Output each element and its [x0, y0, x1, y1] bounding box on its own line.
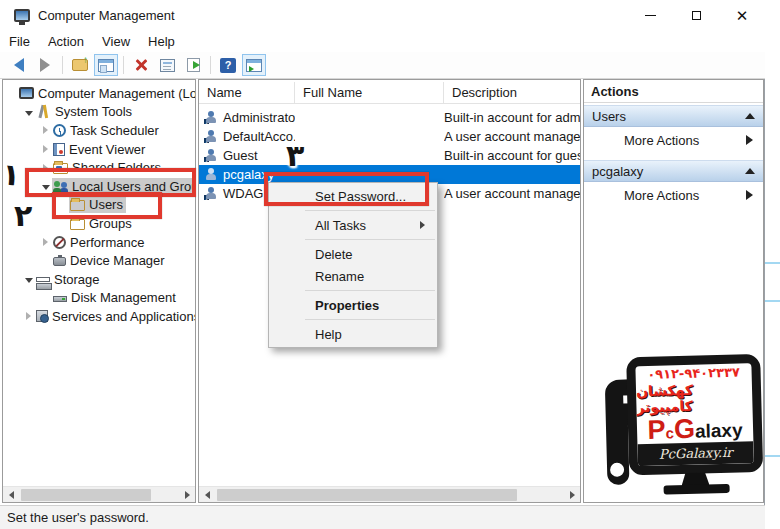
forward-arrow-icon — [40, 58, 50, 72]
list-row-administrator[interactable]: ↓AdministratorBuilt-in account for adm — [199, 108, 580, 127]
tree-item-task-scheduler[interactable]: Task Scheduler — [3, 121, 195, 140]
tree-node[interactable]: System Tools — [35, 103, 135, 120]
toolbar: ? — [0, 52, 765, 79]
tree-item-label: Computer Management (Local — [38, 86, 195, 101]
properties-button[interactable] — [155, 54, 179, 76]
storage-icon — [36, 277, 50, 282]
scroll-right-arrow-icon[interactable] — [179, 487, 195, 503]
show-action-pane-button[interactable] — [242, 54, 266, 76]
console-tree-icon — [98, 59, 114, 72]
watermark-brand-en: PcGalaxy — [647, 414, 743, 443]
menu-help[interactable]: Help — [139, 32, 184, 51]
actions-pane-title: Actions — [584, 80, 763, 103]
menu-separator — [305, 210, 435, 211]
toolbar-separator — [123, 56, 124, 74]
chevron-collapsed-icon[interactable] — [39, 145, 52, 153]
annotation-box-set-password — [264, 172, 429, 206]
up-one-level-button[interactable] — [68, 54, 92, 76]
tree-item-label: Event Viewer — [69, 142, 145, 157]
delete-button[interactable] — [129, 54, 153, 76]
list-row-defaultacco[interactable]: ↓DefaultAcco...A user account managed — [199, 127, 580, 146]
collapse-triangle-icon[interactable] — [745, 168, 755, 174]
chevron-collapsed-icon[interactable] — [22, 312, 35, 320]
close-button[interactable]: ✕ — [719, 0, 765, 30]
context-menu-item-help[interactable]: Help — [269, 323, 437, 345]
chevron-expanded-icon[interactable] — [22, 275, 35, 283]
export-list-icon — [187, 58, 200, 72]
tree-node[interactable]: Computer Management (Local — [18, 85, 195, 102]
tree: Computer Management (LocalSystem ToolsTa… — [3, 84, 195, 485]
chevron-expanded-icon[interactable] — [22, 108, 35, 116]
tree-node[interactable]: Event Viewer — [52, 141, 148, 158]
action-pane-icon — [246, 59, 262, 72]
tree-node[interactable]: Performance — [52, 234, 147, 251]
minimize-button[interactable] — [627, 0, 673, 30]
show-console-tree-button[interactable] — [94, 54, 118, 76]
tree-node[interactable]: Device Manager — [52, 252, 168, 269]
users-more-actions[interactable]: More Actions — [584, 127, 763, 153]
tree-item-disk-management[interactable]: Disk Management — [3, 289, 195, 308]
tree-node[interactable]: Task Scheduler — [52, 122, 162, 139]
back-button[interactable] — [7, 54, 31, 76]
user-icon: ↓ — [204, 111, 218, 124]
list-row-guest[interactable]: ↓GuestBuilt-in account for gues — [199, 146, 580, 165]
tree-item-event-viewer[interactable]: Event Viewer — [3, 140, 195, 159]
context-menu-item-properties[interactable]: Properties — [269, 294, 437, 316]
list-horizontal-scrollbar[interactable] — [199, 486, 580, 502]
context-menu: Set Password...All TasksDeleteRenameProp… — [268, 182, 438, 348]
delete-x-icon — [134, 58, 148, 72]
disabled-badge-icon: ↓ — [203, 194, 210, 201]
scrollbar-thumb[interactable] — [217, 489, 517, 501]
user-name-label: DefaultAcco... — [223, 129, 295, 144]
scrollbar-thumb[interactable] — [21, 489, 151, 501]
chevron-collapsed-icon[interactable] — [39, 126, 52, 134]
tree-item-label: Disk Management — [71, 290, 176, 305]
scroll-left-arrow-icon[interactable] — [3, 487, 19, 503]
user-name-cell: ↓Guest — [199, 148, 295, 163]
clock-icon — [53, 124, 66, 137]
annotation-step-2: ۲ — [14, 198, 32, 233]
context-menu-item-all-tasks[interactable]: All Tasks — [269, 214, 437, 236]
maximize-button[interactable] — [673, 0, 719, 30]
tree-item-system-tools[interactable]: System Tools — [3, 103, 195, 122]
tree-node[interactable]: Services and Applications — [35, 308, 195, 325]
tree-item-computer-management-local[interactable]: Computer Management (Local — [3, 84, 195, 103]
scroll-right-arrow-icon[interactable] — [564, 487, 580, 503]
disabled-badge-icon: ↓ — [203, 156, 210, 163]
column-header-description[interactable]: Description — [444, 82, 580, 103]
tree-item-services-and-applications[interactable]: Services and Applications — [3, 307, 195, 326]
menu-item-label: All Tasks — [315, 218, 366, 233]
menu-separator — [305, 239, 435, 240]
minimize-icon — [645, 15, 656, 16]
context-menu-item-delete[interactable]: Delete — [269, 243, 437, 265]
actions-section-users[interactable]: Users — [584, 105, 763, 127]
pcgalaxy-more-actions[interactable]: More Actions — [584, 182, 763, 208]
maximize-icon — [692, 11, 701, 20]
tree-item-performance[interactable]: Performance — [3, 233, 195, 252]
list-header: Name Full Name Description — [199, 82, 580, 104]
actions-section-pcgalaxy[interactable]: pcgalaxy — [584, 160, 763, 182]
scroll-left-arrow-icon[interactable] — [199, 487, 215, 503]
tree-item-device-manager[interactable]: Device Manager — [3, 251, 195, 270]
tree-item-label: Performance — [70, 235, 144, 250]
screenshot-root: Computer Management ✕ File Action View H… — [0, 0, 780, 529]
watermark-site: PcGalaxy.ir — [637, 441, 754, 466]
collapse-triangle-icon[interactable] — [745, 113, 755, 119]
tree-item-storage[interactable]: Storage — [3, 270, 195, 289]
menu-item-label: Rename — [315, 269, 364, 284]
tree-horizontal-scrollbar[interactable] — [3, 486, 195, 502]
tree-node[interactable]: Disk Management — [52, 289, 179, 306]
disk-icon — [53, 296, 67, 302]
column-header-name[interactable]: Name — [199, 82, 295, 103]
forward-button[interactable] — [33, 54, 57, 76]
column-header-full-name[interactable]: Full Name — [295, 82, 444, 103]
menu-action[interactable]: Action — [39, 32, 93, 51]
export-list-button[interactable] — [181, 54, 205, 76]
user-icon: ↓ — [204, 149, 218, 162]
help-button[interactable]: ? — [216, 54, 240, 76]
menu-view[interactable]: View — [93, 32, 139, 51]
context-menu-item-rename[interactable]: Rename — [269, 265, 437, 287]
tree-node[interactable]: Storage — [35, 271, 103, 288]
chevron-collapsed-icon[interactable] — [39, 238, 52, 246]
menu-file[interactable]: File — [0, 32, 39, 51]
